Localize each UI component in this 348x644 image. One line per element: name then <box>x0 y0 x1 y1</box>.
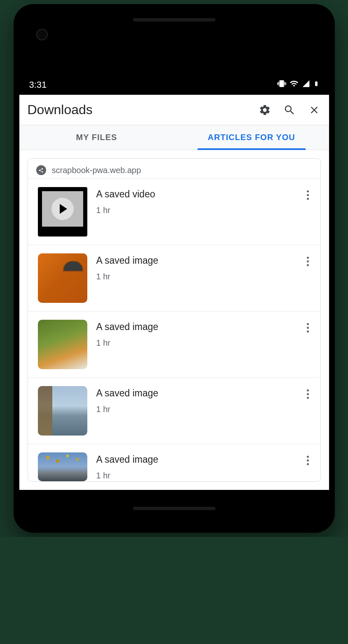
more-vert-icon <box>307 190 309 200</box>
front-camera <box>36 29 48 40</box>
item-menu-button[interactable] <box>305 452 311 468</box>
item-menu-button[interactable] <box>305 386 311 402</box>
item-title: A saved image <box>96 454 296 465</box>
search-icon <box>283 104 296 116</box>
item-title: A saved image <box>96 321 296 333</box>
item-menu-button[interactable] <box>305 320 311 336</box>
image-thumbnail <box>38 386 87 436</box>
play-icon <box>51 198 74 220</box>
item-title: A saved image <box>96 255 296 266</box>
more-vert-icon <box>307 456 309 465</box>
item-time: 1 hr <box>96 471 296 480</box>
content-card: scrapbook-pwa.web.app A saved video 1 hr <box>28 158 321 482</box>
item-time: 1 hr <box>96 405 296 414</box>
item-title: A saved video <box>96 189 296 200</box>
settings-button[interactable] <box>258 103 271 117</box>
list-item[interactable]: A saved image 1 hr <box>28 311 320 377</box>
list-item[interactable]: A saved image 1 hr <box>28 444 320 481</box>
list-item[interactable]: A saved image 1 hr <box>28 377 320 444</box>
item-time: 1 hr <box>96 206 296 215</box>
source-label: scrapbook-pwa.web.app <box>52 166 141 175</box>
list-item[interactable]: A saved image 1 hr <box>28 245 320 311</box>
more-vert-icon <box>307 323 309 333</box>
signal-icon <box>302 80 310 90</box>
phone-frame: 3:31 Downloads <box>14 4 335 533</box>
image-thumbnail <box>38 320 87 369</box>
gear-icon <box>259 104 271 116</box>
wifi-icon <box>290 79 299 91</box>
share-icon <box>38 168 44 173</box>
list-item[interactable]: A saved video 1 hr <box>28 178 320 245</box>
close-button[interactable] <box>308 103 321 117</box>
status-time: 3:31 <box>29 80 47 90</box>
tab-bar: MY FILES ARTICLES FOR YOU <box>19 125 329 150</box>
tab-articles-for-you[interactable]: ARTICLES FOR YOU <box>174 125 329 150</box>
tab-my-files[interactable]: MY FILES <box>19 125 174 150</box>
item-menu-button[interactable] <box>305 187 311 203</box>
vibrate-icon <box>277 79 286 91</box>
share-badge-icon <box>36 165 46 175</box>
close-icon <box>308 104 320 116</box>
item-title: A saved image <box>96 388 296 399</box>
search-button[interactable] <box>283 103 296 117</box>
item-time: 1 hr <box>96 272 296 281</box>
item-time: 1 hr <box>96 338 296 348</box>
page-title: Downloads <box>28 102 93 117</box>
top-speaker <box>133 18 215 21</box>
item-menu-button[interactable] <box>305 253 311 269</box>
image-thumbnail <box>38 253 87 303</box>
app-header: Downloads <box>19 95 329 125</box>
battery-icon <box>313 79 319 91</box>
image-thumbnail <box>38 452 87 481</box>
status-bar: 3:31 <box>19 75 329 95</box>
bottom-speaker <box>133 507 215 510</box>
more-vert-icon <box>307 257 309 266</box>
video-thumbnail <box>38 187 87 237</box>
more-vert-icon <box>307 389 309 399</box>
